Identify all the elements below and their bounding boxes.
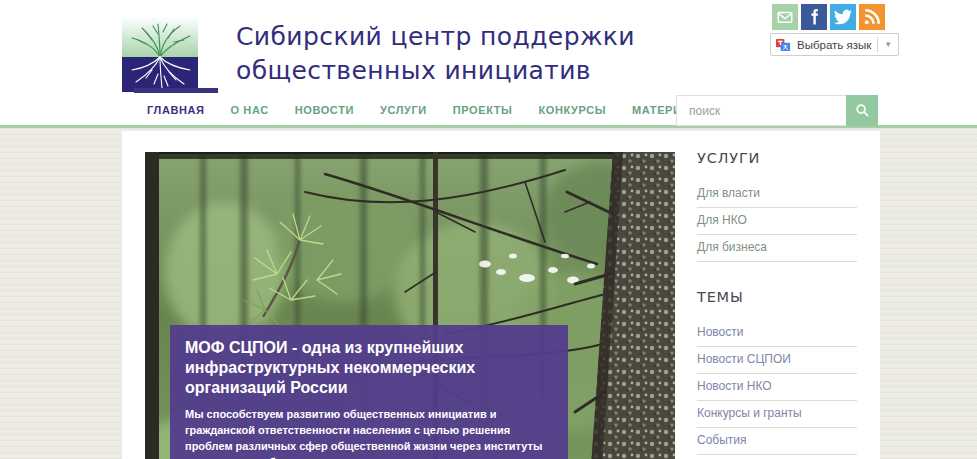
chevron-down-icon: ▼: [884, 40, 892, 49]
sidebar-link-novosti[interactable]: Новости: [697, 320, 857, 347]
hero-description: Мы способствуем развитию общественных ин…: [185, 406, 553, 459]
content-card: МОФ СЦПОИ - одна из крупнейших инфрастру…: [122, 131, 880, 459]
main-navigation: ГЛАВНАЯ О НАС НОВОСТИ УСЛУГИ ПРОЕКТЫ КОН…: [0, 93, 977, 128]
email-icon[interactable]: [772, 4, 798, 30]
sidebar: УСЛУГИ Для власти Для НКО Для бизнеса ТЕ…: [697, 150, 857, 459]
sidebar-link-dlya-nko[interactable]: Для НКО: [697, 208, 857, 235]
sidebar-links: Новости Новости СЦПОИ Новости НКО Конкур…: [697, 320, 857, 455]
site-title-line1: Сибирский центр поддержки: [236, 20, 635, 54]
sidebar-section-temy: ТЕМЫ Новости Новости СЦПОИ Новости НКО К…: [697, 289, 857, 455]
nav-item-o-nas[interactable]: О НАС: [218, 93, 282, 128]
sidebar-heading-uslugi: УСЛУГИ: [697, 150, 857, 166]
page: Сибирский центр поддержки общественных и…: [0, 0, 977, 459]
search-button[interactable]: [846, 95, 878, 126]
sidebar-link-dlya-biznesa[interactable]: Для бизнеса: [697, 235, 857, 262]
search-input[interactable]: [676, 95, 846, 126]
nav-item-uslugi[interactable]: УСЛУГИ: [367, 93, 440, 128]
site-title-line2: общественных инициатив: [236, 54, 635, 88]
google-translate-icon: [776, 37, 791, 52]
sidebar-link-konkursy-granty[interactable]: Конкурсы и гранты: [697, 401, 857, 428]
site-logo[interactable]: [122, 16, 198, 92]
tree-roots-logo-image: [122, 16, 198, 92]
divider: [877, 37, 878, 52]
rss-glyph: [863, 8, 881, 26]
site-title: Сибирский центр поддержки общественных и…: [236, 20, 635, 88]
sidebar-link-sobytiya[interactable]: События: [697, 428, 857, 455]
nav-item-proekty[interactable]: ПРОЕКТЫ: [440, 93, 526, 128]
nav-item-novosti[interactable]: НОВОСТИ: [282, 93, 367, 128]
sidebar-links: Для власти Для НКО Для бизнеса: [697, 181, 857, 262]
nav-list: ГЛАВНАЯ О НАС НОВОСТИ УСЛУГИ ПРОЕКТЫ КОН…: [134, 93, 723, 128]
language-selector[interactable]: Выбрать язык ▼: [770, 33, 899, 56]
search-form: [676, 95, 878, 126]
twitter-bird-glyph: [834, 8, 852, 26]
language-selector-label: Выбрать язык: [797, 39, 871, 51]
facebook-f-glyph: [805, 8, 823, 26]
sidebar-heading-temy: ТЕМЫ: [697, 289, 857, 305]
envelope-glyph: [776, 8, 794, 26]
nav-item-glavnaya[interactable]: ГЛАВНАЯ: [134, 93, 218, 128]
sidebar-link-novosti-scpoi[interactable]: Новости СЦПОИ: [697, 347, 857, 374]
twitter-icon[interactable]: [830, 4, 856, 30]
sidebar-link-dlya-vlasti[interactable]: Для власти: [697, 181, 857, 208]
hero-banner: МОФ СЦПОИ - одна из крупнейших инфрастру…: [145, 152, 675, 459]
sidebar-section-uslugi: УСЛУГИ Для власти Для НКО Для бизнеса: [697, 150, 857, 262]
hero-overlay: МОФ СЦПОИ - одна из крупнейших инфрастру…: [170, 325, 568, 459]
social-links: [772, 4, 885, 30]
sidebar-link-novosti-nko[interactable]: Новости НКО: [697, 374, 857, 401]
search-icon: [855, 103, 870, 118]
hero-title: МОФ СЦПОИ - одна из крупнейших инфрастру…: [185, 338, 553, 398]
facebook-icon[interactable]: [801, 4, 827, 30]
rss-icon[interactable]: [859, 4, 885, 30]
nav-item-konkursy[interactable]: КОНКУРСЫ: [525, 93, 619, 128]
header: Сибирский центр поддержки общественных и…: [0, 0, 977, 93]
